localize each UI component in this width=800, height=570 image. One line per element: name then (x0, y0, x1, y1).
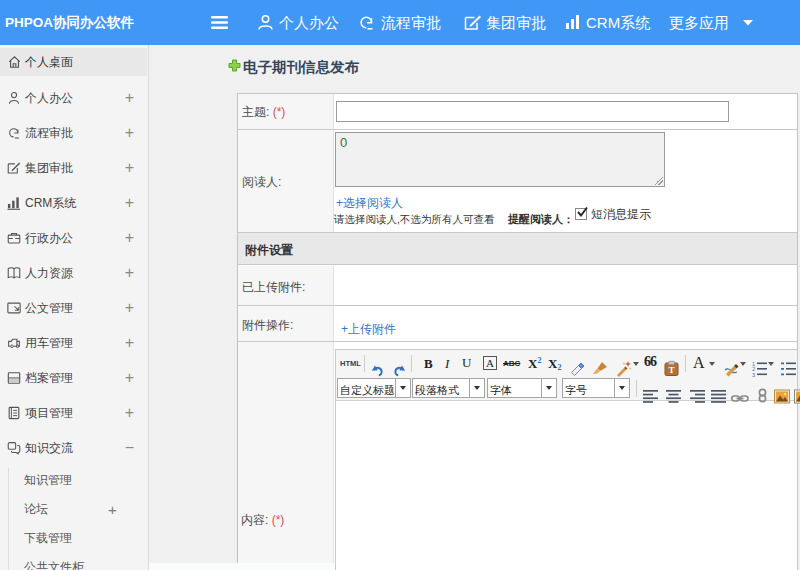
svg-text:T: T (668, 365, 674, 375)
